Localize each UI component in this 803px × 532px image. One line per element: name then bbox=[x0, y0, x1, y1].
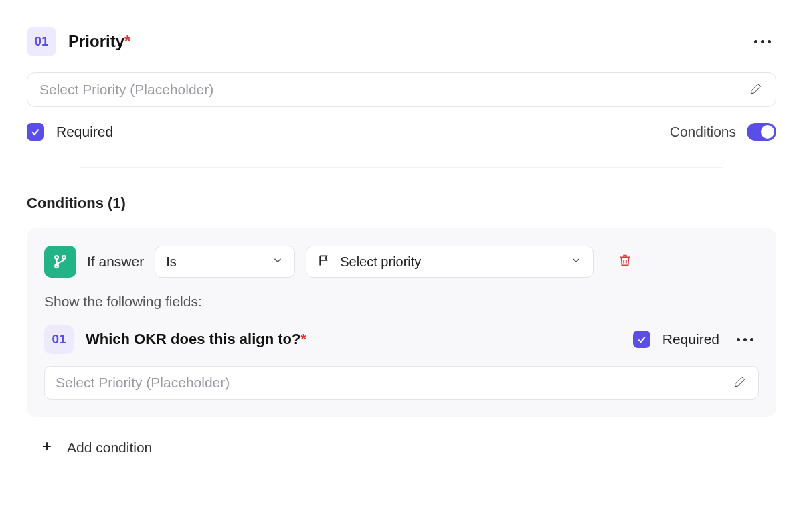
inner-required-checkbox[interactable] bbox=[633, 331, 650, 348]
conditions-section-title: Conditions (1) bbox=[27, 195, 776, 212]
required-checkbox[interactable] bbox=[27, 123, 44, 141]
chevron-down-icon bbox=[272, 254, 284, 269]
divider bbox=[80, 167, 723, 168]
condition-card: If answer Is Select priority Show the fo… bbox=[27, 228, 776, 417]
operator-dropdown[interactable]: Is bbox=[155, 246, 295, 278]
inner-field-title: Which OKR does this align to?* bbox=[86, 331, 306, 348]
inner-field-number-badge: 01 bbox=[44, 325, 74, 354]
inner-priority-placeholder: Select Priority (Placeholder) bbox=[56, 375, 230, 391]
priority-dropdown-text: Select priority bbox=[340, 254, 421, 270]
edit-icon[interactable] bbox=[749, 81, 764, 98]
inner-required-label: Required bbox=[662, 331, 719, 347]
priority-dropdown[interactable]: Select priority bbox=[306, 246, 594, 278]
field-header-left: 01 Priority* bbox=[27, 27, 130, 56]
field-title-text: Priority bbox=[68, 32, 124, 50]
inner-field-right: Required bbox=[633, 331, 759, 348]
priority-select-placeholder: Select Priority (Placeholder) bbox=[39, 82, 213, 98]
add-condition-label: Add condition bbox=[67, 440, 152, 456]
inner-field-left: 01 Which OKR does this align to?* bbox=[44, 325, 306, 354]
conditions-toggle-label: Conditions bbox=[670, 124, 736, 140]
required-left: Required bbox=[27, 123, 113, 141]
required-star: * bbox=[124, 32, 130, 50]
conditions-toggle-group: Conditions bbox=[670, 123, 776, 141]
delete-condition-button[interactable] bbox=[618, 253, 632, 270]
inner-field-title-text: Which OKR does this align to? bbox=[86, 331, 300, 347]
inner-more-menu-icon[interactable] bbox=[731, 333, 759, 347]
priority-select[interactable]: Select Priority (Placeholder) bbox=[27, 72, 776, 107]
inner-field-header: 01 Which OKR does this align to?* Requir… bbox=[44, 325, 759, 354]
required-star: * bbox=[300, 331, 306, 347]
condition-row: If answer Is Select priority bbox=[44, 246, 759, 278]
required-label: Required bbox=[56, 124, 113, 140]
svg-point-0 bbox=[55, 256, 58, 259]
branch-icon bbox=[44, 246, 76, 278]
plus-icon bbox=[40, 440, 54, 456]
inner-priority-select[interactable]: Select Priority (Placeholder) bbox=[44, 366, 759, 400]
conditions-toggle[interactable] bbox=[747, 123, 776, 141]
edit-icon[interactable] bbox=[733, 374, 747, 391]
chevron-down-icon bbox=[570, 254, 582, 269]
more-menu-icon[interactable] bbox=[749, 35, 776, 49]
show-fields-label: Show the following fields: bbox=[44, 294, 759, 310]
field-title: Priority* bbox=[68, 32, 130, 51]
flag-icon bbox=[317, 254, 331, 270]
operator-dropdown-text: Is bbox=[166, 254, 177, 270]
field-number-badge: 01 bbox=[27, 27, 56, 56]
required-row: Required Conditions bbox=[27, 123, 776, 141]
add-condition-button[interactable]: Add condition bbox=[27, 440, 776, 456]
if-answer-label: If answer bbox=[87, 254, 144, 270]
field-header: 01 Priority* bbox=[27, 27, 776, 56]
